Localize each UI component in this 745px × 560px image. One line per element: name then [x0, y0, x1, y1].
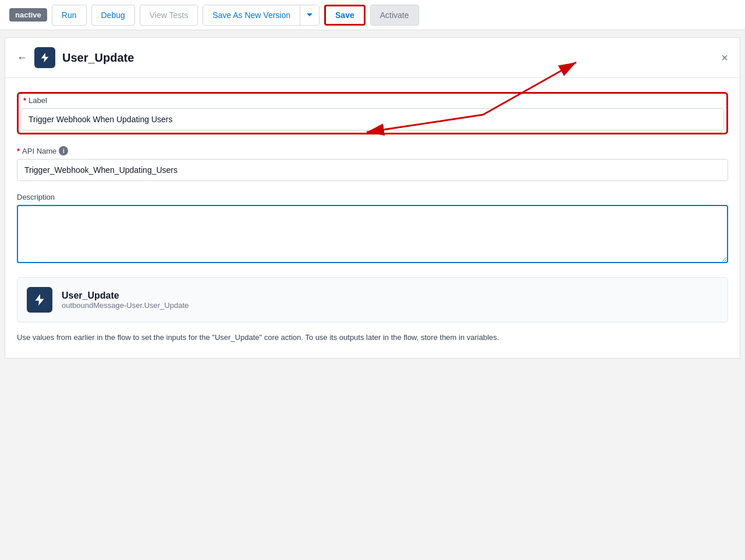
label-input[interactable] — [21, 108, 724, 130]
toolbar: nactive Run Debug View Tests Save As New… — [0, 0, 745, 30]
save-as-new-version-dropdown[interactable] — [300, 5, 319, 26]
label-text: Label — [29, 96, 47, 105]
panel-title: User_Update — [62, 51, 721, 65]
label-field-highlighted: * Label — [17, 92, 728, 134]
action-card-title: User_Update — [62, 290, 189, 301]
description-textarea[interactable] — [17, 205, 728, 263]
panel-content: * Label * API Name i Description — [5, 78, 740, 358]
description-label: Description — [17, 193, 728, 201]
app-container: nactive Run Debug View Tests Save As New… — [0, 0, 745, 359]
api-name-required-star: * — [17, 147, 20, 155]
label-field-label: * Label — [23, 96, 724, 105]
action-card-info: User_Update outboundMessage-User.User_Up… — [62, 290, 189, 310]
label-required-star: * — [23, 96, 26, 105]
save-button[interactable]: Save — [324, 5, 366, 26]
status-badge: nactive — [9, 8, 47, 22]
flow-icon — [34, 47, 55, 68]
save-as-new-version-button[interactable]: Save As New Version — [203, 5, 300, 26]
api-name-label: * API Name i — [17, 146, 728, 155]
main-panel: ← User_Update × * Label * — [5, 37, 740, 359]
back-button[interactable]: ← — [17, 52, 27, 64]
panel-header: ← User_Update × — [5, 38, 740, 78]
description-group: Description — [17, 193, 728, 265]
close-button[interactable]: × — [721, 51, 728, 65]
action-card-icon — [27, 287, 52, 313]
debug-button[interactable]: Debug — [91, 5, 135, 26]
api-name-text: API Name — [22, 147, 56, 155]
info-icon[interactable]: i — [59, 146, 68, 155]
info-description: Use values from earlier in the flow to s… — [17, 332, 728, 344]
run-button[interactable]: Run — [52, 5, 87, 26]
view-tests-button[interactable]: View Tests — [140, 5, 198, 26]
description-text-label: Description — [17, 193, 55, 201]
api-name-input[interactable] — [17, 159, 728, 181]
activate-button[interactable]: Activate — [370, 5, 419, 26]
action-card: User_Update outboundMessage-User.User_Up… — [17, 277, 728, 322]
action-card-subtitle: outboundMessage-User.User_Update — [62, 301, 189, 310]
save-as-new-version-group: Save As New Version — [203, 5, 320, 26]
api-name-group: * API Name i — [17, 146, 728, 181]
